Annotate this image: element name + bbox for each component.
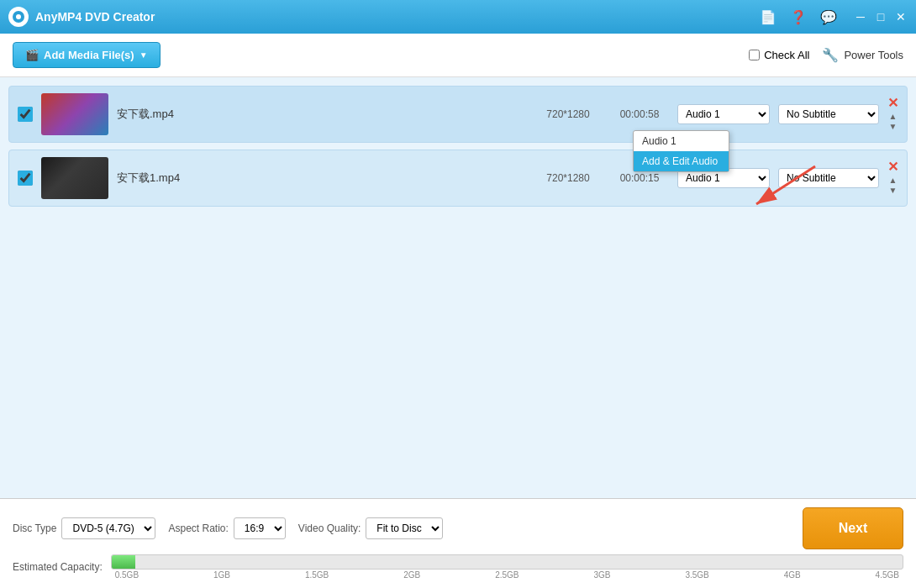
file2-checkbox[interactable]	[18, 171, 33, 186]
check-all-text: Check All	[764, 49, 809, 61]
header-toolbar-icons: 📄 ❓ 💬	[760, 9, 837, 25]
file1-thumbnail-preview	[41, 93, 108, 135]
file1-duration: 00:00:58	[610, 108, 669, 120]
tick-1gb: 1GB	[213, 570, 230, 580]
minimize-button[interactable]: ─	[854, 10, 867, 24]
disc-type-select[interactable]: DVD-5 (4.7G)	[61, 517, 155, 539]
file1-reorder-buttons: ▲ ▼	[889, 112, 898, 132]
power-tools-button[interactable]: 🔧 Power Tools	[822, 47, 903, 63]
file1-remove-button[interactable]: ✕	[887, 97, 898, 110]
estimated-capacity-label: Estimated Capacity:	[13, 561, 103, 573]
file1-row-controls: ✕ ▲ ▼	[887, 97, 898, 132]
file1-move-down-button[interactable]: ▼	[889, 122, 898, 132]
check-all-label[interactable]: Check All	[749, 49, 809, 61]
file2-reorder-buttons: ▲ ▼	[889, 176, 898, 196]
add-media-label: Add Media File(s)	[44, 49, 134, 61]
file2-move-up-button[interactable]: ▲	[889, 176, 898, 186]
add-media-dropdown-arrow: ▼	[140, 50, 148, 60]
close-button[interactable]: ✕	[894, 10, 908, 24]
file2-resolution: 720*1280	[534, 172, 602, 184]
help-icon[interactable]: ❓	[790, 9, 807, 25]
file1-resolution: 720*1280	[534, 108, 602, 120]
video-quality-label: Video Quality:	[298, 522, 361, 534]
feedback-icon[interactable]: 💬	[820, 9, 837, 25]
capacity-progress-bar	[111, 554, 903, 570]
disc-type-label: Disc Type	[13, 522, 56, 534]
app-title: AnyMP4 DVD Creator	[35, 10, 760, 24]
toolbar-right: Check All 🔧 Power Tools	[749, 47, 903, 63]
window-controls: ─ □ ✕	[854, 10, 908, 24]
audio-dropdown-popup: Audio 1 Add & Edit Audio	[633, 130, 729, 172]
power-tools-label: Power Tools	[844, 49, 903, 61]
file2-move-down-button[interactable]: ▼	[889, 186, 898, 196]
add-media-button[interactable]: 🎬 Add Media File(s) ▼	[13, 42, 161, 68]
disc-type-group: Disc Type DVD-5 (4.7G)	[13, 517, 155, 539]
file1-checkbox[interactable]	[18, 107, 33, 122]
file1-name: 安下载.mp4	[117, 107, 526, 122]
tick-3gb: 3GB	[593, 570, 610, 580]
file1-move-up-button[interactable]: ▲	[889, 112, 898, 122]
footer: Disc Type DVD-5 (4.7G) Aspect Ratio: 16:…	[0, 498, 916, 588]
tick-25gb: 2.5GB	[495, 570, 519, 580]
aspect-ratio-select[interactable]: 16:9	[234, 517, 286, 539]
dropdown-item-audio1[interactable]: Audio 1	[634, 131, 729, 151]
tick-15gb: 1.5GB	[305, 570, 329, 580]
file-icon[interactable]: 📄	[760, 9, 776, 25]
wrench-icon: 🔧	[822, 47, 839, 63]
titlebar: AnyMP4 DVD Creator 📄 ❓ 💬 ─ □ ✕	[0, 0, 916, 34]
next-button[interactable]: Next	[803, 507, 903, 549]
tick-2gb: 2GB	[403, 570, 420, 580]
aspect-ratio-label: Aspect Ratio:	[168, 522, 228, 534]
file2-duration: 00:00:15	[610, 172, 669, 184]
main-content: 安下载.mp4 720*1280 00:00:58 Audio 1 No Sub…	[0, 77, 916, 498]
file2-thumbnail-preview	[41, 157, 108, 199]
dropdown-item-add-edit-audio[interactable]: Add & Edit Audio	[634, 151, 729, 171]
file1-audio-select[interactable]: Audio 1	[677, 104, 770, 124]
svg-point-1	[16, 14, 21, 19]
file2-subtitle-select[interactable]: No Subtitle	[778, 168, 879, 188]
file2-name: 安下载1.mp4	[117, 171, 526, 186]
tick-45gb: 4.5GB	[876, 570, 899, 580]
progress-ticks: 0.5GB 1GB 1.5GB 2GB 2.5GB 3GB 3.5GB 4GB …	[111, 570, 903, 580]
add-media-icon: 🎬	[25, 49, 39, 61]
app-logo	[8, 7, 29, 27]
file2-row-controls: ✕ ▲ ▼	[887, 160, 898, 196]
file1-thumbnail	[41, 93, 108, 135]
tick-05gb: 0.5GB	[115, 570, 139, 580]
footer-bottom: Estimated Capacity: 0.5GB 1GB 1.5GB 2GB …	[13, 554, 903, 580]
file2-remove-button[interactable]: ✕	[887, 160, 898, 174]
video-quality-group: Video Quality: Fit to Disc	[298, 517, 444, 539]
file-row-2: 安下载1.mp4 720*1280 00:00:15 Audio 1 No Su…	[8, 150, 908, 207]
main-toolbar: 🎬 Add Media File(s) ▼ Check All 🔧 Power …	[0, 34, 916, 77]
check-all-checkbox[interactable]	[749, 50, 760, 60]
tick-4gb: 4GB	[784, 570, 801, 580]
capacity-progress-fill	[112, 555, 135, 569]
maximize-button[interactable]: □	[874, 10, 887, 24]
file1-subtitle-select[interactable]: No Subtitle	[778, 104, 879, 124]
video-quality-select[interactable]: Fit to Disc	[366, 517, 443, 539]
tick-35gb: 3.5GB	[685, 570, 708, 580]
file-row-1: 安下载.mp4 720*1280 00:00:58 Audio 1 No Sub…	[8, 86, 908, 143]
progress-container: 0.5GB 1GB 1.5GB 2GB 2.5GB 3GB 3.5GB 4GB …	[111, 554, 903, 580]
footer-selects-row: Disc Type DVD-5 (4.7G) Aspect Ratio: 16:…	[13, 507, 903, 549]
aspect-ratio-group: Aspect Ratio: 16:9	[168, 517, 285, 539]
file2-thumbnail	[41, 157, 108, 199]
